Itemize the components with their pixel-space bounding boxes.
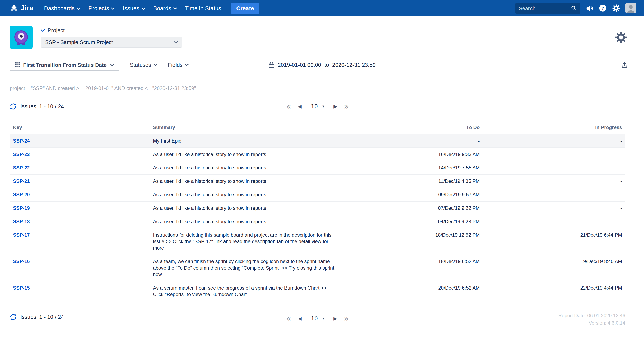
pagination-controls: « ◀ 10 ▾ ▶ » <box>286 101 349 111</box>
issue-in-progress-date: 22/Dec/19 4:44 PM <box>483 281 626 301</box>
project-select-value: SSP - Sample Scrum Project <box>45 39 113 45</box>
table-row: SSP-21 As a user, I'd like a historical … <box>10 175 625 188</box>
issue-summary: As a user, I'd like a historical story t… <box>150 188 341 201</box>
table-row: SSP-19 As a user, I'd like a historical … <box>10 201 625 215</box>
issue-todo-date: - <box>341 134 483 148</box>
jira-logo[interactable]: Jira <box>10 4 33 13</box>
report-type-dropdown[interactable]: First Transition From Status Date <box>10 59 119 71</box>
issue-todo-date: 07/Dec/19 9:22 PM <box>341 201 483 215</box>
search-icon[interactable] <box>571 5 576 11</box>
issue-in-progress-date: - <box>483 188 626 201</box>
report-type-label: First Transition From Status Date <box>23 62 106 68</box>
help-icon[interactable]: ? <box>598 4 606 12</box>
calendar-icon <box>268 62 274 68</box>
issue-summary: My First Epic <box>150 134 341 148</box>
issues-count-label: Issues: 1 - 10 / 24 <box>20 314 64 320</box>
table-row: SSP-20 As a user, I'd like a historical … <box>10 188 625 201</box>
issue-todo-date: 09/Dec/19 9:57 AM <box>341 188 483 201</box>
table-row: SSP-24 My First Epic - - <box>10 134 625 148</box>
chevron-down-icon <box>110 63 114 66</box>
issue-key-link[interactable]: SSP-24 <box>10 134 150 148</box>
project-select[interactable]: SSP - Sample Scrum Project <box>41 37 182 48</box>
date-separator: to <box>324 62 329 68</box>
bottom-pagination-row: Issues: 1 - 10 / 24 « ◀ 10 ▾ ▶ » Report … <box>10 312 625 326</box>
settings-gear-icon[interactable] <box>614 31 628 44</box>
chevron-down-icon <box>111 7 115 10</box>
report-content: project = "SSP" AND created >= "2019-01-… <box>0 86 644 326</box>
issues-table: Key Summary To Do In Progress SSP-24 My … <box>10 122 625 301</box>
pagination-last-icon[interactable]: » <box>344 314 349 322</box>
issue-key-link[interactable]: SSP-22 <box>10 161 150 175</box>
pagination-next-icon[interactable]: ▶ <box>334 316 337 321</box>
pagination-controls: « ◀ 10 ▾ ▶ » <box>286 313 349 323</box>
pagination-last-icon[interactable]: » <box>344 102 349 110</box>
report-meta: Report Date: 06.01.2020 12:46 Version: 4… <box>558 312 625 326</box>
nav-menu-item[interactable]: Dashboards <box>40 0 84 16</box>
refresh-icon[interactable] <box>10 313 17 320</box>
issue-in-progress-date: - <box>483 161 626 175</box>
issue-summary: As a team, we can finish the sprint by c… <box>150 255 341 281</box>
pagination-first-icon[interactable]: « <box>286 102 291 110</box>
nav-menu-item[interactable]: Projects <box>84 0 119 16</box>
issue-key-link[interactable]: SSP-16 <box>10 255 150 281</box>
user-avatar[interactable] <box>625 3 636 14</box>
issue-key-link[interactable]: SSP-21 <box>10 175 150 188</box>
issue-todo-date: 18/Dec/19 12:52 PM <box>341 228 483 255</box>
table-row: SSP-16 As a team, we can finish the spri… <box>10 255 625 281</box>
chevron-down-icon: ▾ <box>322 104 324 108</box>
top-navbar: Jira Dashboards Projects Issues Boards T… <box>0 0 644 16</box>
nav-menu: Dashboards Projects Issues Boards Time i… <box>40 0 225 16</box>
table-row: SSP-18 As a user, I'd like a historical … <box>10 215 625 228</box>
fields-dropdown[interactable]: Fields <box>168 62 188 68</box>
issue-in-progress-date: - <box>483 201 626 215</box>
issue-in-progress-date: 21/Dec/19 6:44 PM <box>483 228 626 255</box>
pagination-next-icon[interactable]: ▶ <box>334 104 337 109</box>
issue-in-progress-date: - <box>483 148 626 161</box>
issue-key-link[interactable]: SSP-23 <box>10 148 150 161</box>
jira-logo-icon <box>10 4 18 13</box>
report-toolbar: First Transition From Status Date Status… <box>0 55 644 77</box>
issue-summary: Instructions for deleting this sample bo… <box>150 228 341 255</box>
search-box[interactable] <box>515 3 580 14</box>
refresh-icon[interactable] <box>10 103 17 110</box>
date-to: 2020-12-31 23:59 <box>332 62 376 68</box>
statuses-dropdown[interactable]: Statuses <box>130 62 157 68</box>
pagination-prev-icon[interactable]: ◀ <box>298 316 302 321</box>
issues-table-body: SSP-24 My First Epic - - SSP-23 As a use… <box>10 134 625 301</box>
issue-in-progress-date: - <box>483 175 626 188</box>
create-button[interactable]: Create <box>231 3 259 14</box>
svg-text:?: ? <box>601 6 604 11</box>
issue-summary: As a user, I'd like a historical story t… <box>150 148 341 161</box>
date-range-picker[interactable]: 2019-01-01 00:00 to 2020-12-31 23:59 <box>268 62 376 68</box>
table-row: SSP-23 As a user, I'd like a historical … <box>10 148 625 161</box>
page-size-select[interactable]: 10 ▾ <box>308 313 326 323</box>
version-text: Version: 4.6.0.14 <box>558 319 625 326</box>
issue-todo-date: 20/Dec/19 6:52 AM <box>341 281 483 301</box>
issue-todo-date: 16/Dec/19 9:33 AM <box>341 148 483 161</box>
issue-key-link[interactable]: SSP-19 <box>10 201 150 215</box>
issue-todo-date: 04/Dec/19 9:28 PM <box>341 215 483 228</box>
nav-menu-item[interactable]: Issues <box>119 0 149 16</box>
issue-key-link[interactable]: SSP-15 <box>10 281 150 301</box>
project-section-toggle[interactable]: Project <box>41 27 182 33</box>
issue-key-link[interactable]: SSP-17 <box>10 228 150 255</box>
issue-in-progress-date: 19/Dec/19 8:40 AM <box>483 255 626 281</box>
search-input[interactable] <box>519 5 571 11</box>
announcement-icon[interactable] <box>586 4 593 12</box>
chevron-down-icon <box>41 29 45 32</box>
issue-key-link[interactable]: SSP-20 <box>10 188 150 201</box>
pagination-first-icon[interactable]: « <box>286 314 291 322</box>
column-header-summary: Summary <box>150 122 341 134</box>
nav-menu-item[interactable]: Boards <box>149 0 181 16</box>
pagination-prev-icon[interactable]: ◀ <box>298 104 302 109</box>
page-size-select[interactable]: 10 ▾ <box>308 101 326 111</box>
page-size-value: 10 <box>311 103 318 110</box>
issue-summary: As a user, I'd like a historical story t… <box>150 161 341 175</box>
date-from: 2019-01-01 00:00 <box>278 62 321 68</box>
nav-menu-item[interactable]: Time in Status <box>181 0 225 16</box>
grid-icon <box>15 62 20 67</box>
issue-key-link[interactable]: SSP-18 <box>10 215 150 228</box>
issue-in-progress-date: - <box>483 215 626 228</box>
export-icon[interactable] <box>621 61 628 68</box>
gear-icon[interactable] <box>612 4 620 12</box>
